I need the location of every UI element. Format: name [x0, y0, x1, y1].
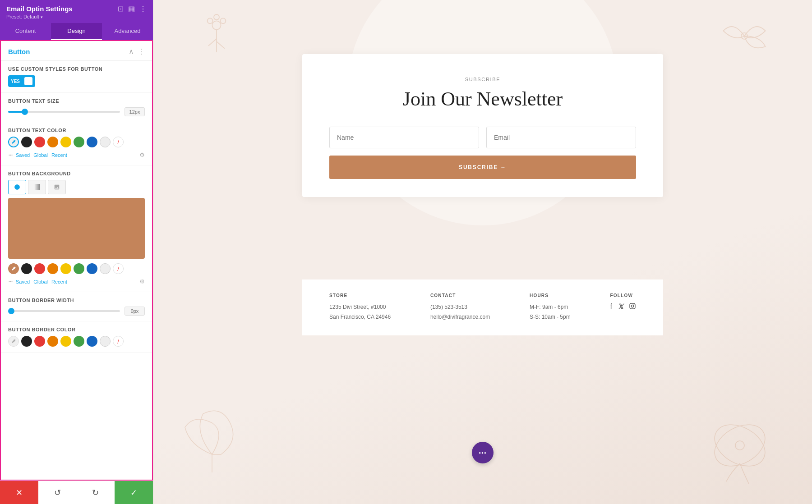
- bg-swatch-light[interactable]: [100, 263, 111, 274]
- tab-design[interactable]: Design: [51, 23, 102, 40]
- border-swatch-none[interactable]: /: [113, 336, 124, 347]
- bg-recent-link[interactable]: Recent: [51, 279, 67, 284]
- card-label: SUBSCRIBE: [329, 77, 636, 82]
- button-border-color-row: Button Border Color /: [1, 321, 152, 353]
- contact-email: hello@divifragrance.com: [430, 312, 490, 322]
- toggle-yes-label: YES: [11, 79, 20, 84]
- subscribe-button[interactable]: SUBSCRIBE →: [329, 156, 636, 179]
- slider-track[interactable]: [8, 111, 120, 113]
- swatch-green[interactable]: [74, 137, 84, 147]
- settings-icon[interactable]: ⊡: [118, 5, 124, 13]
- section-header: Button ∧ ⋮: [1, 41, 152, 61]
- bg-swatch-orange[interactable]: [47, 263, 58, 274]
- button-border-width-value[interactable]: 0px: [125, 307, 145, 316]
- palette-gear-icon[interactable]: ⚙: [139, 151, 145, 158]
- section-title: Button: [8, 48, 30, 55]
- name-input[interactable]: [329, 127, 479, 148]
- footer-store-col: STORE 1235 Divi Street, #1000 San Franci…: [329, 293, 391, 322]
- custom-styles-toggle[interactable]: YES: [8, 75, 35, 87]
- bg-color-preview[interactable]: [8, 198, 145, 259]
- palette-more-dots[interactable]: ···: [8, 150, 12, 160]
- panel-header-icons: ⊡ ▦ ⋮: [118, 5, 147, 13]
- slider-container: 12px: [8, 107, 145, 116]
- bg-color-eyedropper[interactable]: [8, 263, 19, 274]
- panel-preset[interactable]: Preset: Default ▾: [6, 14, 147, 19]
- swatch-red[interactable]: [34, 137, 45, 147]
- bg-tab-color[interactable]: [8, 180, 26, 194]
- redo-button[interactable]: ↻: [77, 481, 115, 504]
- border-width-slider-thumb[interactable]: [8, 308, 14, 314]
- global-link[interactable]: Global: [33, 152, 48, 158]
- more-icon[interactable]: ⋮: [139, 5, 147, 13]
- button-background-label: Button Background: [8, 171, 145, 176]
- button-text-size-label: Button Text Size: [8, 98, 145, 104]
- border-swatch-black[interactable]: [21, 336, 32, 347]
- layout-icon[interactable]: ▦: [128, 5, 135, 13]
- button-text-size-value[interactable]: 12px: [125, 107, 145, 116]
- facebook-icon[interactable]: f: [610, 302, 612, 312]
- border-swatch-orange[interactable]: [47, 336, 58, 347]
- recent-link[interactable]: Recent: [51, 152, 67, 158]
- swatch-yellow[interactable]: [60, 137, 71, 147]
- contact-heading: CONTACT: [430, 293, 490, 298]
- border-swatch-yellow[interactable]: [60, 336, 71, 347]
- save-icon: ✓: [130, 488, 137, 498]
- border-width-slider-track[interactable]: [8, 310, 120, 312]
- bg-swatch-blue[interactable]: [87, 263, 97, 274]
- swatch-light[interactable]: [100, 137, 111, 147]
- bg-swatch-black[interactable]: [21, 263, 32, 274]
- slider-thumb[interactable]: [22, 109, 28, 115]
- fab-dots: ●●●: [479, 451, 487, 455]
- cancel-button[interactable]: ✕: [0, 481, 38, 504]
- bg-palette-more-dots[interactable]: ···: [8, 277, 12, 286]
- button-border-width-row: Button Border Width 0px: [1, 292, 152, 321]
- swatch-orange[interactable]: [47, 137, 58, 147]
- floral-bottom-right: [690, 400, 789, 490]
- border-swatch-light[interactable]: [100, 336, 111, 347]
- button-text-size-row: Button Text Size 12px: [1, 93, 152, 122]
- svg-point-11: [707, 416, 772, 474]
- border-swatch-green[interactable]: [74, 336, 84, 347]
- twitter-icon[interactable]: 𝕏: [618, 302, 623, 312]
- swatch-none[interactable]: /: [113, 137, 124, 147]
- bg-saved-link[interactable]: Saved: [16, 279, 30, 284]
- bg-palette-gear-icon[interactable]: ⚙: [139, 278, 145, 285]
- svg-point-4: [220, 18, 226, 23]
- swatch-blue[interactable]: [87, 137, 97, 147]
- tab-advanced[interactable]: Advanced: [102, 23, 153, 40]
- bg-swatch-green[interactable]: [74, 263, 84, 274]
- footer-follow-col: FOLLOW f 𝕏: [610, 293, 636, 322]
- swatch-black[interactable]: [21, 137, 32, 147]
- section-header-icons: ∧ ⋮: [129, 47, 145, 56]
- form-row: [329, 127, 636, 148]
- fab-button[interactable]: ●●●: [472, 442, 494, 463]
- button-text-color-label: Button Text Color: [8, 128, 145, 133]
- border-color-eyedropper[interactable]: [8, 336, 19, 347]
- floral-top-right: [713, 9, 776, 63]
- bg-swatch-yellow[interactable]: [60, 263, 71, 274]
- text-color-palette-footer: ··· Saved Global Recent ⚙: [8, 150, 145, 160]
- undo-button[interactable]: ↺: [38, 481, 77, 504]
- panel-footer: ✕ ↺ ↻ ✓: [0, 481, 153, 504]
- instagram-icon[interactable]: [629, 302, 636, 312]
- email-input[interactable]: [486, 127, 636, 148]
- svg-point-10: [707, 416, 772, 474]
- border-swatch-blue[interactable]: [87, 336, 97, 347]
- bg-swatch-none[interactable]: /: [113, 263, 124, 274]
- bg-color-palette-footer: ··· Saved Global Recent ⚙: [8, 277, 145, 286]
- store-address2: San Francisco, CA 24946: [329, 312, 391, 322]
- svg-point-3: [208, 18, 213, 23]
- button-text-color-row: Button Text Color / ··· Saved Global Rec…: [1, 122, 152, 165]
- tab-content[interactable]: Content: [0, 23, 51, 40]
- text-color-eyedropper[interactable]: [8, 137, 19, 147]
- bg-global-link[interactable]: Global: [33, 279, 48, 284]
- saved-link[interactable]: Saved: [16, 152, 30, 158]
- section-more-icon[interactable]: ⋮: [138, 47, 145, 56]
- bg-tab-image[interactable]: [48, 180, 66, 194]
- panel-header: Email Optin Settings ⊡ ▦ ⋮ Preset: Defau…: [0, 0, 153, 23]
- bg-swatch-red[interactable]: [34, 263, 45, 274]
- bg-tab-gradient[interactable]: [28, 180, 46, 194]
- border-swatch-red[interactable]: [34, 336, 45, 347]
- collapse-icon[interactable]: ∧: [129, 47, 134, 56]
- save-button[interactable]: ✓: [115, 481, 153, 504]
